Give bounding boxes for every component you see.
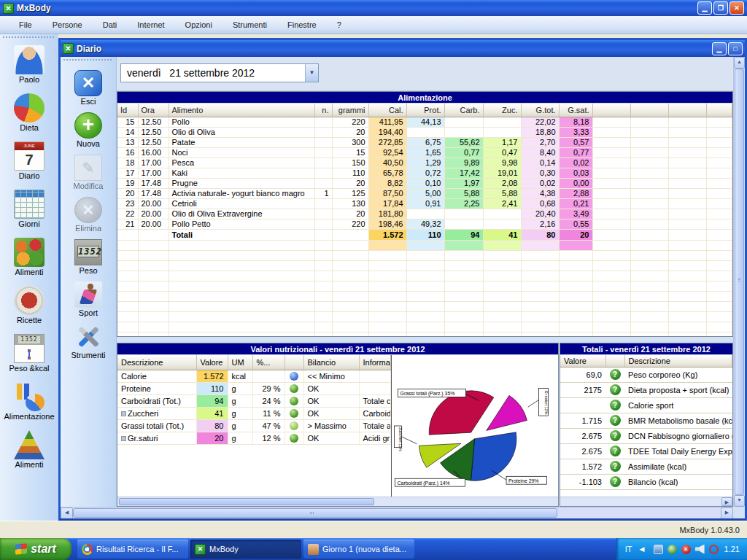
nutrition-hscrollbar[interactable] [117, 497, 558, 506]
sidebar-item[interactable]: Diario [1, 141, 58, 180]
nutrition-row[interactable]: Zuccheri 41 g 11 % OK Carboid [117, 407, 391, 419]
food-table-row[interactable]: 2320.00 Cetrioli 13017,84 0,912,25 2,410… [117, 198, 732, 209]
taskbar-task-button[interactable]: Giorno 1 (nuova dieta... [303, 540, 414, 559]
food-table-row[interactable]: 2120.00 Pollo Petto 220198,46 49,32 2,16… [117, 219, 732, 229]
sidebar-item[interactable]: Ricette [1, 286, 58, 324]
toolbar-button[interactable]: Elimina [62, 193, 115, 236]
help-icon[interactable] [610, 430, 621, 441]
clock-icon[interactable] [709, 545, 719, 554]
sidebar-drag-handle[interactable] [3, 36, 54, 39]
nutrition-row[interactable]: Calorie 1.572 kcal << Minimo [117, 370, 391, 382]
user-status-icon[interactable] [667, 545, 677, 554]
totals-panel-row[interactable]: 1.572 Assimilate (kcal) [560, 459, 732, 474]
help-icon[interactable] [610, 400, 621, 411]
col-carb[interactable]: Carb. [444, 104, 483, 117]
toolbar-button[interactable]: 1352 Peso [62, 236, 115, 278]
nutrition-row[interactable]: Gr.saturi 20 g 12 % OK Acidi gr [117, 432, 391, 444]
food-table-row[interactable]: 1917.48 Prugne 208,82 0,101,97 2,080,02 … [117, 178, 732, 188]
menu-item[interactable]: Opzioni [175, 18, 222, 31]
sidebar-item[interactable]: Alimenti [1, 430, 58, 469]
hscroll-thumb[interactable] [73, 508, 557, 518]
scroll-left-icon[interactable]: ◀ [61, 508, 73, 518]
toolbar-button[interactable]: Strumenti [62, 320, 115, 362]
scroll-down-icon[interactable]: ▼ [734, 495, 745, 507]
food-table-row[interactable]: 1512.50 Pollo 220411,95 44,13 22,02 8,18 [117, 117, 732, 127]
menu-item[interactable]: ? [327, 18, 352, 31]
food-table-row[interactable]: 2017.48 Activia naturale- yogurt bianco … [117, 188, 732, 198]
toolbar-button[interactable]: Esci [62, 66, 115, 109]
network-icon[interactable] [654, 545, 663, 554]
scroll-right-icon[interactable]: ▶ [721, 497, 732, 506]
col-zuc[interactable]: Zuc. [483, 104, 521, 117]
nutrition-hscroll-thumb[interactable] [119, 498, 374, 505]
vscroll-thumb[interactable] [735, 69, 744, 495]
col-gsat[interactable]: G.sat. [559, 104, 592, 117]
taskbar-task-button[interactable]: MxBody [190, 540, 301, 559]
sidebar-item[interactable]: Alimenti [1, 238, 58, 276]
child-maximize-button[interactable]: □ [728, 42, 743, 55]
minimize-button[interactable]: ▁ [697, 1, 712, 15]
col-ora[interactable]: Ora [138, 104, 169, 117]
col-id[interactable]: Id [117, 104, 138, 117]
date-selector[interactable]: venerdì 21 settembre 2012 ▼ [120, 63, 319, 82]
food-table-row[interactable]: 1312.50 Patate 300272,85 6,7555,62 1,172… [117, 137, 732, 147]
nutrition-row[interactable]: Carboidrati (Tot.) 94 g 24 % OK Totale c [117, 394, 391, 407]
sidebar-item[interactable]: Paolo [1, 45, 58, 84]
totals-panel-row[interactable]: 2175 Dieta proposta + sport (kcal) [560, 382, 732, 397]
help-icon[interactable] [610, 369, 621, 380]
toolbar-button[interactable]: Modifica [62, 151, 115, 193]
sidebar-item[interactable]: Giorni [1, 190, 58, 228]
totals-panel-row[interactable]: 69,0 Peso corporeo (Kg) [560, 367, 732, 382]
help-icon[interactable] [610, 461, 621, 472]
horizontal-scrollbar[interactable]: ◀ ▶ [61, 507, 733, 518]
menu-item[interactable]: Internet [127, 18, 174, 31]
scroll-up-icon[interactable]: ▲ [734, 57, 745, 69]
totals-panel-row[interactable]: 2.675 TDEE Total Daily Energy Expendi [560, 443, 732, 459]
col-alimento[interactable]: Alimento [169, 104, 314, 117]
food-table-row[interactable]: 2220.00 Olio di Oliva Extravergine 20181… [117, 209, 732, 219]
totals-panel-row[interactable]: 1.715 BMR Metabolismo basale (kcal) [560, 413, 732, 428]
speaker-icon[interactable] [695, 545, 705, 554]
help-icon[interactable] [610, 415, 621, 426]
menu-item[interactable]: Dati [93, 18, 128, 31]
language-indicator[interactable]: IT [625, 545, 635, 553]
totals-hscrollbar[interactable]: ▶ [560, 497, 732, 506]
help-icon[interactable] [610, 384, 621, 395]
sidebar-item[interactable]: Alimentazione [1, 382, 58, 421]
sidebar-item[interactable]: Dieta [1, 93, 58, 132]
help-icon[interactable] [610, 476, 621, 487]
col-n[interactable]: n. [314, 104, 332, 117]
food-table-row[interactable]: 1817.00 Pesca 15040,50 1,299,89 9,980,14… [117, 158, 732, 168]
scroll-right-end-icon[interactable]: ▶ [721, 508, 733, 518]
start-button[interactable]: start [0, 538, 71, 560]
sidebar-item[interactable]: Peso &kcal [1, 334, 58, 373]
menu-item[interactable]: Finestre [277, 18, 327, 31]
menu-item[interactable]: Strumenti [222, 18, 277, 31]
totals-panel-row[interactable]: Calorie sport [560, 397, 732, 413]
col-prot[interactable]: Prot. [406, 104, 444, 117]
taskbar-task-button[interactable]: Risultati Ricerca - Il F... [77, 540, 188, 559]
security-alert-icon[interactable]: ✕ [681, 545, 691, 554]
food-table-row[interactable]: 1412.50 Olio di Oliva 20194,40 18,80 3,3… [117, 127, 732, 137]
tray-collapse-icon[interactable]: ◀ [640, 545, 649, 554]
food-table-row[interactable]: 1616.00 Noci 1592,54 1,650,77 0,478,40 0… [117, 147, 732, 158]
toolbar-button[interactable]: Sport [62, 278, 115, 320]
col-cal[interactable]: Cal. [368, 104, 406, 117]
menu-item[interactable]: File [9, 18, 42, 31]
close-button[interactable]: ✕ [729, 1, 744, 15]
col-grammi[interactable]: grammi [332, 104, 368, 117]
restore-button[interactable]: ❐ [713, 1, 728, 15]
toolbar-button[interactable]: Nuova [62, 109, 115, 151]
totals-panel-row[interactable]: 2.675 DCN Fabbisogno giornaliero (kcal) [560, 428, 732, 443]
food-table-row[interactable]: 1717.00 Kaki 11065,78 0,7217,42 19,010,3… [117, 168, 732, 178]
toolbar-drag-handle[interactable] [63, 59, 112, 62]
chevron-down-icon[interactable]: ▼ [305, 64, 318, 82]
help-icon[interactable] [610, 446, 621, 456]
nutrition-row[interactable]: Proteine 110 g 29 % OK [117, 382, 391, 394]
nutrition-row[interactable]: Grassi totali (Tot.) 80 g 47 % > Massimo… [117, 419, 391, 432]
vertical-scrollbar[interactable]: ▲ ▼ [733, 57, 745, 507]
menu-item[interactable]: Persone [42, 18, 93, 31]
totals-panel-row[interactable]: -1.103 Bilancio (kcal) [560, 474, 732, 489]
col-gtot[interactable]: G.tot. [521, 104, 559, 117]
child-minimize-button[interactable]: ▁ [712, 42, 727, 55]
